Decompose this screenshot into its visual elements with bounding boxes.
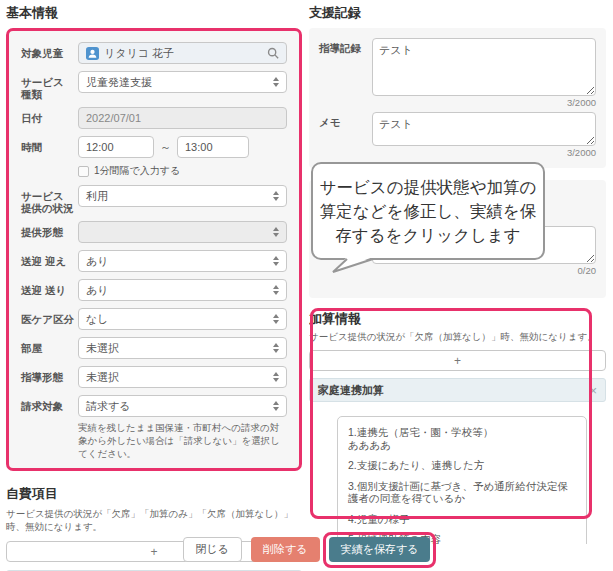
memo-counter: 3/2000 (372, 147, 596, 158)
guidance-record-textarea[interactable]: テスト (372, 38, 596, 96)
room-label: 部屋 (21, 337, 78, 354)
support-record-title: 支援記録 (309, 4, 606, 22)
time-separator: ～ (160, 140, 171, 155)
dropoff-select[interactable]: あり (78, 279, 287, 301)
time-end-input[interactable]: 13:00 (177, 136, 249, 158)
service-status-row: サービス 提供の状況 利用 (21, 185, 287, 214)
medical-care-label: 医ケア区分 (21, 308, 78, 325)
close-button[interactable]: 閉じる (183, 537, 243, 562)
basic-info-panel: 対象児童 リタリコ 花子 (6, 28, 302, 471)
tooltip-bubble: サービスの提供状態や加算の算定などを修正し、実績を保存するをクリックします (311, 162, 545, 260)
child-avatar-icon (86, 47, 99, 60)
tooltip-text: サービスの提供状態や加算の算定などを修正し、実績を保存するをクリックします (311, 162, 545, 260)
service-type-select[interactable]: 児童発達支援 (78, 71, 287, 93)
family-link-addition-label: 家庭連携加算 (318, 383, 384, 398)
service-record-modal: 基本情報 対象児童 リタリコ 花子 (0, 0, 613, 571)
memo-textarea[interactable]: テスト (372, 112, 596, 146)
select-arrows-icon (273, 285, 279, 295)
one-minute-checkbox-label: 1分間隔で入力する (94, 164, 180, 178)
select-arrows-icon (273, 77, 279, 87)
memo-row: メモ テスト 3/2000 (319, 112, 596, 158)
target-child-field[interactable]: リタリコ 花子 (78, 42, 287, 64)
select-arrows-icon (273, 343, 279, 353)
select-arrows-icon (273, 401, 279, 411)
date-row: 日付 2022/07/01 (21, 107, 287, 129)
time-start-input[interactable]: 12:00 (78, 136, 154, 158)
select-arrows-icon (273, 256, 279, 266)
medical-care-row: 医ケア区分 なし (21, 308, 287, 330)
pickup-row: 送迎 迎え あり (21, 250, 287, 272)
basic-info-column: 基本情報 対象児童 リタリコ 花子 (6, 4, 302, 571)
teaching-form-row: 指導形態 未選択 (21, 366, 287, 388)
date-field[interactable]: 2022/07/01 (78, 107, 287, 129)
one-minute-checkbox[interactable]: 1分間隔で入力する (78, 164, 287, 178)
billing-row: 請求対象 請求する 実績を残したまま国保連・市町村への請求の対象から外したい場合… (21, 395, 287, 460)
provision-form-row: 提供形態 (21, 221, 287, 243)
select-arrows-icon (273, 227, 279, 237)
teaching-form-label: 指導形態 (21, 366, 78, 383)
tooltip-bubble-tail (333, 257, 383, 273)
addition-add-button[interactable]: + (309, 350, 606, 371)
addition-info-title: 加算情報 (309, 310, 606, 328)
teaching-form-select[interactable]: 未選択 (78, 366, 287, 388)
support-record-panel: 指導記録 テスト 3/2000 メモ テスト 3/2000 (309, 28, 606, 168)
memo-label: メモ (319, 112, 372, 130)
room-select[interactable]: 未選択 (78, 337, 287, 359)
family-link-checklist-card: 1.連携先（居宅・園・学校等） ああああ 2.支援にあたり、連携した方 3.個別… (337, 416, 587, 544)
target-child-name: リタリコ 花子 (104, 46, 174, 61)
family-link-addition-bar: 家庭連携加算 × (309, 378, 606, 402)
select-arrows-icon (273, 372, 279, 382)
provision-form-select (78, 221, 287, 243)
room-row: 部屋 未選択 (21, 337, 287, 359)
billing-note: 実績を残したまま国保連・市町村への請求の対象から外したい場合は「請求しない」を選… (78, 421, 287, 460)
checklist-item: 2.支援にあたり、連携した方 (348, 459, 576, 472)
checklist-item: 4.児童の様子 (348, 513, 576, 526)
checkbox-icon (78, 166, 89, 177)
search-icon[interactable] (267, 47, 279, 59)
pickup-select[interactable]: あり (78, 250, 287, 272)
checklist-item: 1.連携先（居宅・園・学校等） ああああ (348, 426, 576, 451)
checklist-item: 3.個別支援計画に基づき、予め通所給付決定保護者の同意を得ているか (348, 480, 576, 505)
time-label: 時間 (21, 136, 78, 153)
guidance-record-label: 指導記録 (319, 38, 372, 56)
target-child-row: 対象児童 リタリコ 花子 (21, 42, 287, 64)
delete-button[interactable]: 削除する (251, 537, 320, 562)
service-type-label: サービス 種類 (21, 71, 78, 100)
guidance-record-counter: 3/2000 (372, 97, 596, 108)
dropoff-label: 送迎 送り (21, 279, 78, 296)
select-arrows-icon (273, 191, 279, 201)
service-status-label: サービス 提供の状況 (21, 185, 78, 214)
provision-form-label: 提供形態 (21, 221, 78, 238)
time-row: 時間 12:00 ～ 13:00 1分間隔で入力する (21, 136, 287, 178)
medical-care-select[interactable]: なし (78, 308, 287, 330)
select-arrows-icon (273, 314, 279, 324)
billing-select[interactable]: 請求する (78, 395, 287, 417)
hidden-field-counter: 0/20 (372, 265, 596, 276)
target-child-label: 対象児童 (21, 42, 78, 59)
pickup-label: 送迎 迎え (21, 250, 78, 267)
service-status-select[interactable]: 利用 (78, 185, 287, 207)
addition-info-section: 加算情報 サービス提供の状況が「欠席（加算なし）」時、無効になります。 + 家庭… (309, 308, 606, 544)
guidance-record-row: 指導記録 テスト 3/2000 (319, 38, 596, 108)
family-link-card-zone: 1.連携先（居宅・園・学校等） ああああ 2.支援にあたり、連携した方 3.個別… (309, 402, 606, 544)
service-type-row: サービス 種類 児童発達支援 (21, 71, 287, 100)
self-pay-title: 自費項目 (6, 485, 302, 503)
addition-info-note: サービス提供の状況が「欠席（加算なし）」時、無効になります。 (309, 330, 606, 343)
date-label: 日付 (21, 107, 78, 124)
support-record-column: 支援記録 指導記録 テスト 3/2000 メモ テスト 3/2000 (309, 4, 606, 544)
dropoff-row: 送迎 送り あり (21, 279, 287, 301)
footer-actions: 閉じる 削除する 実績を保存する (0, 537, 613, 562)
basic-info-title: 基本情報 (6, 4, 302, 22)
close-icon[interactable]: × (589, 384, 597, 397)
self-pay-note: サービス提供の状況が「欠席」「加算のみ」「欠席（加算なし）」時、無効になります。 (6, 507, 302, 533)
save-record-button[interactable]: 実績を保存する (329, 537, 431, 562)
billing-label: 請求対象 (21, 395, 78, 412)
